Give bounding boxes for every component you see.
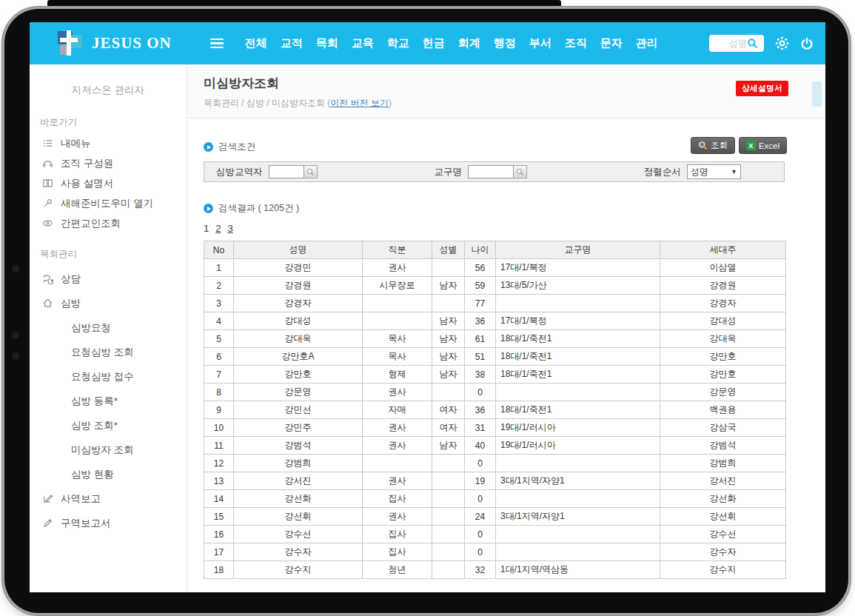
search-icon[interactable]	[747, 38, 758, 49]
cell-3: 여자	[432, 419, 465, 437]
nav-item-9[interactable]: 조직	[558, 32, 594, 55]
excel-button[interactable]: X Excel	[739, 137, 787, 154]
cell-1: 강범석	[234, 437, 363, 455]
cell-0: 8	[204, 384, 234, 401]
table-row[interactable]: 3강경자77강경자	[204, 295, 786, 312]
nav-item-5[interactable]: 헌금	[416, 32, 452, 55]
nav-item-1[interactable]: 교적	[274, 32, 309, 55]
pastor-input[interactable]	[269, 165, 304, 178]
nav-item-11[interactable]: 관리	[629, 32, 665, 55]
field-label-pastor: 심방교역자	[216, 166, 263, 178]
page-1[interactable]: 1	[204, 223, 209, 234]
sidebar-item-1-3[interactable]: 요청심방 조회	[30, 340, 187, 364]
sidebar-item-0-4[interactable]: 간편교인조회	[30, 213, 187, 233]
cell-2: 권사	[363, 508, 432, 526]
cell-5: 19대/1/러시아	[496, 419, 660, 437]
edit-icon	[42, 493, 61, 504]
sidebar-item-1-5[interactable]: 심방 등록*	[30, 389, 187, 413]
parish-input[interactable]	[468, 165, 514, 178]
sidebar-item-label: 심방 조회*	[71, 419, 118, 432]
page-2[interactable]: 2	[215, 223, 221, 234]
sidebar-item-1-7[interactable]: 미심방자 조회	[30, 438, 187, 462]
pastor-search-icon[interactable]	[304, 165, 318, 178]
cell-4: 0	[465, 543, 496, 561]
nav-item-4[interactable]: 학교	[380, 32, 416, 55]
table-row[interactable]: 2강경원시무장로남자5913대/5/가산강경원	[204, 277, 786, 295]
book-icon	[42, 178, 61, 189]
sidebar-item-1-2[interactable]: 심방요청	[30, 315, 187, 340]
sidebar-item-1-4[interactable]: 요청심방 접수	[30, 364, 187, 389]
table-row[interactable]: 4강대성남자3617대/1/복정강대성	[204, 312, 786, 330]
sidebar-item-1-9[interactable]: 사역보고	[30, 486, 187, 511]
app-logo[interactable]: JESUS ON	[56, 30, 172, 58]
nav-item-0[interactable]: 전체	[238, 32, 274, 55]
sort-select[interactable]: 성명 ▼	[687, 164, 741, 179]
table-row[interactable]: 1강경민권사5617대/1/복정이삼열	[204, 259, 786, 277]
parish-search-icon[interactable]	[514, 165, 527, 178]
table-row[interactable]: 13강서진권사193대/1지역/자양1강서진	[204, 472, 786, 490]
sidebar-item-1-8[interactable]: 심방 현황	[30, 462, 187, 486]
cell-0: 6	[204, 348, 234, 366]
cell-0: 4	[204, 312, 234, 330]
cell-3	[432, 490, 465, 508]
sidebar-item-1-1[interactable]: 심방	[30, 291, 187, 315]
detail-manual-button[interactable]: 상세설명서	[736, 81, 788, 96]
cell-0: 17	[204, 543, 234, 561]
scrollbar-thumb[interactable]	[812, 81, 822, 107]
table-row[interactable]: 17강수자집사0강수자	[204, 543, 786, 561]
cell-3: 남자	[432, 330, 465, 348]
cell-2: 권사	[363, 419, 432, 437]
page-3[interactable]: 3	[227, 223, 232, 234]
table-row[interactable]: 15강선휘권사243대/1지역/자양1강선휘	[204, 508, 786, 526]
cell-4: 36	[465, 401, 496, 419]
sidebar-item-0-3[interactable]: 새해준비도우미 열기	[30, 193, 187, 213]
cell-2	[363, 455, 432, 472]
table-row[interactable]: 12강범희0강범희	[204, 455, 786, 472]
table-row[interactable]: 5강대욱목사남자6118대/1/죽전1강대욱	[204, 330, 786, 348]
table-row[interactable]: 7강만호형제남자3818대/1/죽전1강만호	[204, 366, 786, 384]
nav-item-8[interactable]: 부서	[523, 32, 558, 55]
nav-item-3[interactable]: 교육	[345, 32, 380, 55]
cell-0: 5	[204, 330, 234, 348]
table-row[interactable]: 9강민선자매여자3618대/1/죽전1백권용	[204, 401, 786, 419]
previous-version-link[interactable]: 이전 버전 보기	[330, 98, 389, 108]
sidebar-item-1-0[interactable]: 상담	[30, 267, 187, 291]
hamburger-icon[interactable]	[210, 36, 224, 51]
sidebar-item-1-10[interactable]: 구역보고서	[30, 511, 187, 535]
sidebar-item-label: 사역보고	[61, 492, 101, 506]
table-row[interactable]: 6강만호A목사남자5118대/1/죽전1강만호	[204, 348, 786, 366]
nav-item-10[interactable]: 문자	[594, 32, 629, 55]
cell-6: 백권용	[660, 401, 786, 419]
cell-1: 강경민	[234, 259, 363, 277]
sidebar-item-0-2[interactable]: 사용 설명서	[30, 173, 187, 193]
cell-4: 36	[465, 312, 496, 330]
global-search-input[interactable]	[713, 38, 747, 49]
sidebar-item-0-1[interactable]: 조직 구성원	[30, 153, 187, 173]
gear-icon[interactable]	[775, 36, 789, 50]
cell-3	[432, 526, 465, 543]
table-row[interactable]: 11강범석권사남자4019대/1/러시아강범석	[204, 437, 786, 455]
table-row[interactable]: 8강문영권사0강문영	[204, 384, 786, 401]
cell-5: 18대/1/죽전1	[496, 401, 660, 419]
table-row[interactable]: 18강수지청년321대/1지역/역삼동강수지	[204, 561, 786, 579]
sidebar-item-1-6[interactable]: 심방 조회*	[30, 413, 187, 438]
cell-4: 19	[465, 472, 496, 490]
table-row[interactable]: 14강선화집사0강선화	[204, 490, 786, 508]
cell-6: 강대성	[660, 312, 786, 330]
search-submit-button[interactable]: 조회	[691, 137, 735, 154]
power-icon[interactable]	[800, 37, 814, 50]
breadcrumb: 목회관리 / 심방 / 미심방자조회 (이전 버전 보기)	[204, 97, 825, 110]
cell-5: 17대/1/복정	[496, 259, 660, 277]
cell-5: 3대/1지역/자양1	[496, 508, 660, 526]
topbar: JESUS ON 전체교적목회교육학교헌금회계행정부서조직문자관리	[30, 22, 825, 64]
nav-item-2[interactable]: 목회	[309, 32, 345, 55]
table-row[interactable]: 16강수선집사0강수선	[204, 526, 786, 543]
sidebar-item-0-0[interactable]: 내메뉴	[30, 133, 187, 153]
table-header-row: No성명직분성별나이교구명세대주	[204, 241, 786, 259]
cell-1: 강수자	[234, 543, 363, 561]
sidebar-item-label: 상담	[61, 272, 81, 286]
nav-item-7[interactable]: 행정	[487, 32, 523, 55]
table-row[interactable]: 10강민주권사여자3119대/1/러시아강삼국	[204, 419, 786, 437]
org-icon	[42, 158, 61, 169]
nav-item-6[interactable]: 회계	[452, 32, 487, 55]
